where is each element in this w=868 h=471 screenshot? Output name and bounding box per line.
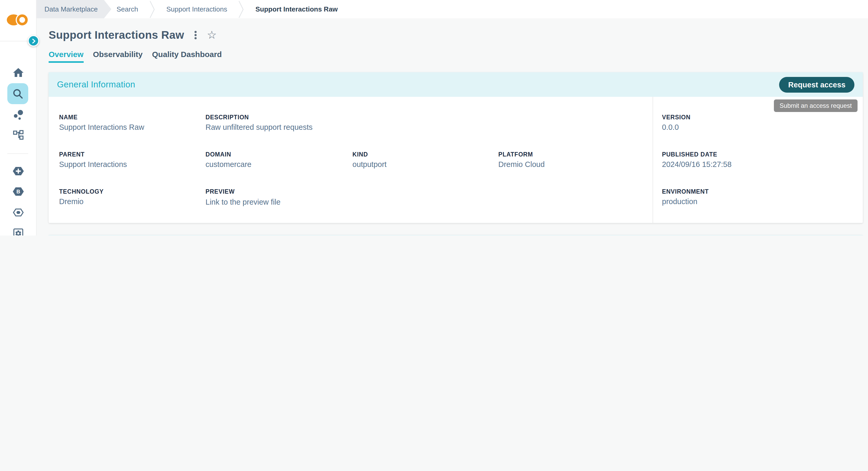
hexagon-plus-icon [12,165,24,177]
field-label: DOMAIN [206,151,352,157]
more-options-kebab-icon[interactable] [192,29,198,41]
hexagon-b-icon: B [12,185,24,198]
section-title: General Information [57,80,135,89]
field-domain: DOMAIN customercare [206,151,352,188]
sidebar-item-lineage[interactable] [12,129,24,141]
field-published-date: PUBLISHED DATE 2024/09/16 15:27:58 [662,151,863,188]
breadcrumb-separator-icon [150,0,155,18]
sidebar-item-business-glossary[interactable]: B [12,185,24,198]
field-value: 0.0.0 [662,123,863,131]
field-label: PUBLISHED DATE [662,151,863,157]
general-information-body: NAME Support Interactions Raw DESCRIPTIO… [49,97,863,223]
app-logo-icon [7,14,29,26]
tab-overview[interactable]: Overview [49,50,84,63]
sidebar-divider [7,153,28,154]
breadcrumb-item-current: Support Interactions Raw [255,0,338,18]
sidebar-expand-button[interactable] [28,35,39,47]
home-icon [12,66,24,79]
breadcrumb-separator-icon [239,0,244,18]
sidebar-item-search[interactable] [7,83,28,104]
tab-quality-dashboard[interactable]: Quality Dashboard [152,50,222,63]
field-description: DESCRIPTION Raw unfiltered support reque… [206,114,653,151]
field-preview: PREVIEW Link to the preview file [206,188,653,226]
field-environment: ENVIRONMENT production [662,188,863,226]
main-content: Support Interactions Raw ☆ Overview Obse… [36,18,868,235]
page-header: Support Interactions Raw ☆ [49,18,863,43]
tab-bar: Overview Observability Quality Dashboard [49,50,863,63]
field-platform: PLATFORM Dremio Cloud [498,151,653,188]
request-access-button[interactable]: Request access [779,77,855,92]
field-value: Support Interactions [59,160,206,169]
preview-link[interactable]: Link to the preview file [206,198,281,206]
breadcrumb-item-search[interactable]: Search [117,0,138,18]
field-label: ENVIRONMENT [662,188,863,195]
sidebar-divider [0,41,28,41]
breadcrumb-item-data-marketplace[interactable]: Data Marketplace [36,0,112,18]
technical-information-header: Technical Information [49,235,863,235]
sidebar-item-data-assets[interactable] [12,206,24,219]
tab-observability[interactable]: Observability [93,50,143,63]
field-label: DESCRIPTION [206,114,653,120]
field-parent: PARENT Support Interactions [59,151,206,188]
breadcrumb-label: Data Marketplace [44,5,98,13]
search-icon [11,87,24,100]
hexagon-eye-icon [12,206,24,219]
breadcrumb-item-support-interactions[interactable]: Support Interactions [166,0,227,18]
general-information-right-column: VERSION 0.0.0 PUBLISHED DATE 2024/09/16 … [653,97,863,223]
favorite-star-icon[interactable]: ☆ [207,30,217,40]
sidebar: B [0,0,37,235]
field-value: Raw unfiltered support requests [206,123,653,131]
field-value: production [662,197,863,206]
svg-text:B: B [16,189,20,195]
field-value: customercare [206,160,352,169]
page-title: Support Interactions Raw [49,29,184,41]
field-label: PREVIEW [206,188,653,195]
breadcrumb: Data Marketplace Search Support Interact… [36,0,868,18]
sidebar-item-processing[interactable] [12,227,24,235]
app-window: B [0,0,868,235]
field-value: Support Interactions Raw [59,123,206,131]
field-version: VERSION 0.0.0 [662,114,863,151]
general-information-card: General Information Request access Submi… [49,72,863,223]
field-label: PLATFORM [498,151,653,157]
field-value: Dremio [59,197,206,206]
technical-information-card: Technical Information TASK ID "OK" [49,235,863,235]
request-access-tooltip: Submit an access request [774,99,858,112]
sidebar-item-data-products[interactable] [12,108,24,121]
hierarchy-icon [12,129,24,141]
chevron-right-icon [31,38,36,43]
general-information-header: General Information Request access [49,72,863,97]
sidebar-item-create[interactable] [12,165,24,177]
field-label: TECHNOLOGY [59,188,206,195]
field-name: NAME Support Interactions Raw [59,114,206,151]
field-value: 2024/09/16 15:27:58 [662,160,863,169]
field-label: VERSION [662,114,863,120]
cluster-dots-icon [12,108,24,121]
field-kind: KIND outputport [352,151,498,188]
field-value: outputport [352,160,498,169]
field-label: NAME [59,114,206,120]
field-technology: TECHNOLOGY Dremio [59,188,206,226]
sidebar-item-home[interactable] [12,66,24,79]
field-label: PARENT [59,151,206,157]
gear-box-icon [12,227,24,235]
field-value: Dremio Cloud [498,160,653,169]
field-label: KIND [352,151,498,157]
